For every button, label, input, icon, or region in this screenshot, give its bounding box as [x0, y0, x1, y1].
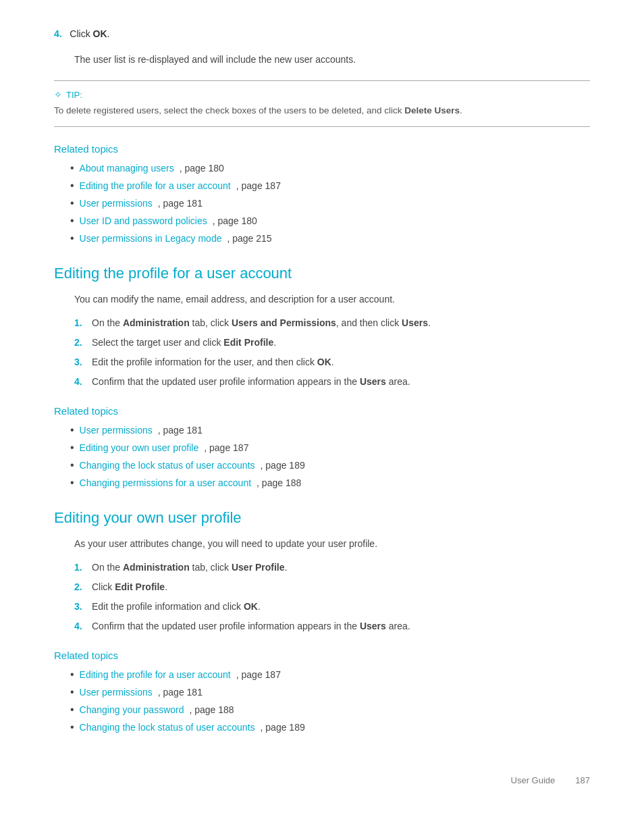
- link-user-permissions-legacy[interactable]: User permissions in Legacy mode: [80, 232, 222, 246]
- list-item: User ID and password policies, page 180: [70, 214, 590, 228]
- related-topics-2-list: User permissions, page 181 Editing your …: [70, 423, 590, 490]
- section1-step1: 1. On the Administration tab, click User…: [74, 316, 590, 330]
- tip-icon: ✧: [54, 89, 62, 100]
- list-item: Editing your own user profile, page 187: [70, 441, 590, 455]
- list-item: User permissions in Legacy mode, page 21…: [70, 232, 590, 246]
- related-topics-3-heading: Related topics: [54, 650, 590, 661]
- footer-page-number: 187: [575, 775, 590, 785]
- page-footer: User Guide 187: [54, 775, 590, 785]
- footer-label: User Guide: [511, 775, 556, 785]
- related-topics-1-heading: Related topics: [54, 143, 590, 155]
- section2-steps: 1. On the Administration tab, click User…: [74, 561, 590, 633]
- section1-step3: 3. Edit the profile information for the …: [74, 355, 590, 369]
- section2-step2: 2. Click Edit Profile.: [74, 580, 590, 594]
- section-editing-own-user-profile: Editing your own user profile As your us…: [54, 509, 590, 633]
- list-item: User permissions, page 181: [70, 197, 590, 211]
- link-changing-lock-status-1[interactable]: Changing the lock status of user account…: [80, 459, 255, 473]
- section1-step2: 2. Select the target user and click Edit…: [74, 336, 590, 350]
- list-item: Changing your password, page 188: [70, 703, 590, 717]
- step4-ok-bold: OK: [93, 28, 107, 39]
- page-container: 4. Click OK. The user list is re-display…: [0, 0, 644, 826]
- link-changing-lock-status-2[interactable]: Changing the lock status of user account…: [80, 721, 255, 735]
- section2-step4: 4. Confirm that the updated user profile…: [74, 619, 590, 633]
- link-changing-password[interactable]: Changing your password: [80, 703, 184, 717]
- list-item: Changing the lock status of user account…: [70, 459, 590, 473]
- related-topics-1-list: About managing users, page 180 Editing t…: [70, 161, 590, 246]
- link-user-permissions-3[interactable]: User permissions: [80, 685, 153, 700]
- tip-text: To delete registered users, select the c…: [54, 104, 590, 118]
- link-user-permissions-1[interactable]: User permissions: [80, 197, 153, 211]
- section2-step3: 3. Edit the profile information and clic…: [74, 600, 590, 614]
- link-editing-profile-user-account-1[interactable]: Editing the profile for a user account: [80, 179, 231, 193]
- section1-heading: Editing the profile for a user account: [54, 265, 590, 282]
- list-item: Changing the lock status of user account…: [70, 721, 590, 735]
- related-topics-3-list: Editing the profile for a user account, …: [70, 668, 590, 735]
- section1-step4: 4. Confirm that the updated user profile…: [74, 375, 590, 389]
- section-editing-profile-user-account: Editing the profile for a user account Y…: [54, 265, 590, 389]
- tip-label: ✧ TIP:: [54, 89, 590, 100]
- section1-body: You can modify the name, email address, …: [74, 292, 590, 307]
- list-item: About managing users, page 180: [70, 161, 590, 176]
- link-user-permissions-2[interactable]: User permissions: [80, 423, 153, 438]
- section1-steps: 1. On the Administration tab, click User…: [74, 316, 590, 389]
- section2-body: As your user attributes change, you will…: [74, 536, 590, 551]
- section2-heading: Editing your own user profile: [54, 509, 590, 527]
- link-editing-profile-user-account-2[interactable]: Editing the profile for a user account: [80, 668, 231, 682]
- related-topics-2: Related topics User permissions, page 18…: [54, 405, 590, 490]
- user-list-text: The user list is re-displayed and will i…: [74, 52, 590, 67]
- related-topics-2-heading: Related topics: [54, 405, 590, 417]
- link-editing-own-user-profile[interactable]: Editing your own user profile: [80, 441, 199, 455]
- list-item: User permissions, page 181: [70, 423, 590, 438]
- section2-step1: 1. On the Administration tab, click User…: [74, 561, 590, 575]
- tip-box: ✧ TIP: To delete registered users, selec…: [54, 80, 590, 126]
- list-item: Editing the profile for a user account, …: [70, 668, 590, 682]
- list-item: User permissions, page 181: [70, 685, 590, 700]
- step4-click-ok: 4. Click OK.: [54, 27, 590, 41]
- step4-number: 4.: [54, 28, 62, 39]
- related-topics-3: Related topics Editing the profile for a…: [54, 650, 590, 735]
- link-user-id-password-policies[interactable]: User ID and password policies: [80, 214, 207, 228]
- link-about-managing-users[interactable]: About managing users: [80, 161, 174, 176]
- link-changing-permissions-user-account[interactable]: Changing permissions for a user account: [80, 476, 251, 490]
- related-topics-1: Related topics About managing users, pag…: [54, 143, 590, 246]
- list-item: Editing the profile for a user account, …: [70, 179, 590, 193]
- list-item: Changing permissions for a user account,…: [70, 476, 590, 490]
